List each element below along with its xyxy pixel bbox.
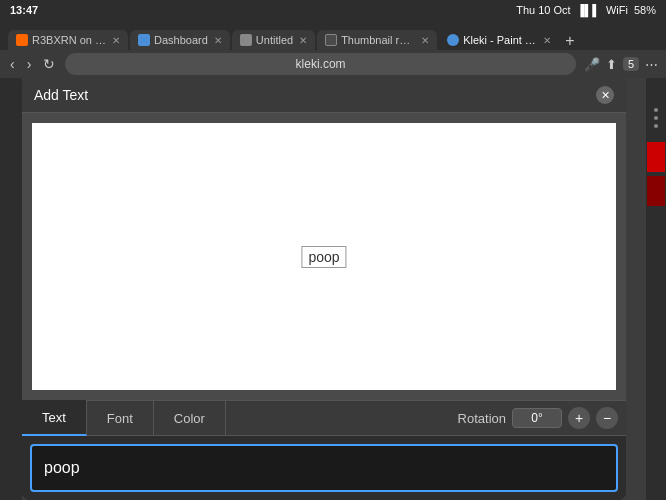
dialog-overlay: Add Text ✕ poop Text Font Color bbox=[22, 78, 646, 500]
more-menu-icon[interactable]: ⋯ bbox=[645, 57, 658, 72]
nav-actions: 🎤 ⬆ 5 ⋯ bbox=[584, 57, 658, 72]
status-time: 13:47 bbox=[10, 4, 38, 16]
rotation-section: Rotation + − bbox=[458, 407, 626, 429]
tab-label-untitled: Untitled bbox=[256, 34, 293, 46]
sidebar-dot-2 bbox=[654, 116, 658, 120]
tab-label-r3bxrn: R3BXRN on Scratch bbox=[32, 34, 106, 46]
tab-close-dashboard[interactable]: ✕ bbox=[214, 35, 222, 46]
wifi-icon: WiFi bbox=[606, 4, 628, 16]
refresh-button[interactable]: ↻ bbox=[41, 54, 57, 74]
color-swatch-dark-red[interactable] bbox=[647, 176, 665, 206]
address-bar[interactable]: kleki.com bbox=[65, 53, 576, 75]
status-bar: 13:47 Thu 10 Oct ▐▌▌ WiFi 58% bbox=[0, 0, 666, 20]
sidebar-dot-1 bbox=[654, 108, 658, 112]
tab-font[interactable]: Font bbox=[87, 400, 154, 436]
main-content: Add Text ✕ poop Text Font Color bbox=[0, 78, 666, 500]
left-sidebar-strip bbox=[0, 78, 22, 500]
tab-close-thumbnail[interactable]: ✕ bbox=[421, 35, 429, 46]
tab-label-kleki: Kleki - Paint Tool bbox=[463, 34, 537, 46]
url-text: kleki.com bbox=[296, 57, 346, 71]
browser-chrome: 13:47 Thu 10 Oct ▐▌▌ WiFi 58% R3BXRN on … bbox=[0, 0, 666, 78]
status-day: Thu 10 Oct bbox=[516, 4, 570, 16]
canvas-text-element[interactable]: poop bbox=[301, 246, 346, 268]
back-button[interactable]: ‹ bbox=[8, 54, 17, 74]
tab-close-r3bxrn[interactable]: ✕ bbox=[112, 35, 120, 46]
sidebar-dot-3 bbox=[654, 124, 658, 128]
right-sidebar-strip bbox=[646, 78, 666, 500]
rotation-label: Rotation bbox=[458, 411, 506, 426]
tab-untitled[interactable]: Untitled ✕ bbox=[232, 30, 315, 50]
tab-close-untitled[interactable]: ✕ bbox=[299, 35, 307, 46]
rotation-add-button[interactable]: + bbox=[568, 407, 590, 429]
tab-favicon-untitled bbox=[240, 34, 252, 46]
tab-favicon-kleki bbox=[447, 34, 459, 46]
tab-thumbnail[interactable]: Thumbnail request... ✕ bbox=[317, 30, 437, 50]
canvas-white[interactable]: poop bbox=[32, 123, 616, 390]
text-input-area bbox=[22, 436, 626, 500]
tab-label-dashboard: Dashboard bbox=[154, 34, 208, 46]
text-input-field[interactable] bbox=[30, 444, 618, 492]
tab-color[interactable]: Color bbox=[154, 400, 226, 436]
tab-text-label: Text bbox=[42, 410, 66, 425]
tab-close-kleki[interactable]: ✕ bbox=[543, 35, 551, 46]
forward-button[interactable]: › bbox=[25, 54, 34, 74]
tab-text[interactable]: Text bbox=[22, 400, 87, 436]
dialog-header: Add Text ✕ bbox=[22, 78, 626, 113]
share-icon[interactable]: ⬆ bbox=[606, 57, 617, 72]
tab-kleki[interactable]: Kleki - Paint Tool ✕ bbox=[439, 30, 559, 50]
status-right: Thu 10 Oct ▐▌▌ WiFi 58% bbox=[516, 4, 656, 16]
dialog-close-button[interactable]: ✕ bbox=[596, 86, 614, 104]
browser-tabs-bar: R3BXRN on Scratch ✕ Dashboard ✕ Untitled… bbox=[0, 20, 666, 50]
rotation-input[interactable] bbox=[512, 408, 562, 428]
tab-label-thumbnail: Thumbnail request... bbox=[341, 34, 415, 46]
canvas-preview-area[interactable]: poop bbox=[22, 113, 626, 400]
tab-favicon-r3bxrn bbox=[16, 34, 28, 46]
tab-r3bxrn[interactable]: R3BXRN on Scratch ✕ bbox=[8, 30, 128, 50]
tab-favicon-dashboard bbox=[138, 34, 150, 46]
color-swatch-red[interactable] bbox=[647, 142, 665, 172]
tab-dashboard[interactable]: Dashboard ✕ bbox=[130, 30, 230, 50]
rotation-remove-button[interactable]: − bbox=[596, 407, 618, 429]
new-tab-button[interactable]: + bbox=[561, 32, 578, 50]
tab-favicon-thumbnail bbox=[325, 34, 337, 46]
signal-icon: ▐▌▌ bbox=[577, 4, 600, 16]
editor-tabs-bar: Text Font Color Rotation + − bbox=[22, 400, 626, 436]
tab-font-label: Font bbox=[107, 411, 133, 426]
tab-count-badge[interactable]: 5 bbox=[623, 57, 639, 71]
microphone-icon[interactable]: 🎤 bbox=[584, 57, 600, 72]
battery-status: 58% bbox=[634, 4, 656, 16]
add-text-dialog: Add Text ✕ poop Text Font Color bbox=[22, 78, 626, 500]
tab-color-label: Color bbox=[174, 411, 205, 426]
browser-navbar: ‹ › ↻ kleki.com 🎤 ⬆ 5 ⋯ bbox=[0, 50, 666, 78]
dialog-title: Add Text bbox=[34, 87, 88, 103]
